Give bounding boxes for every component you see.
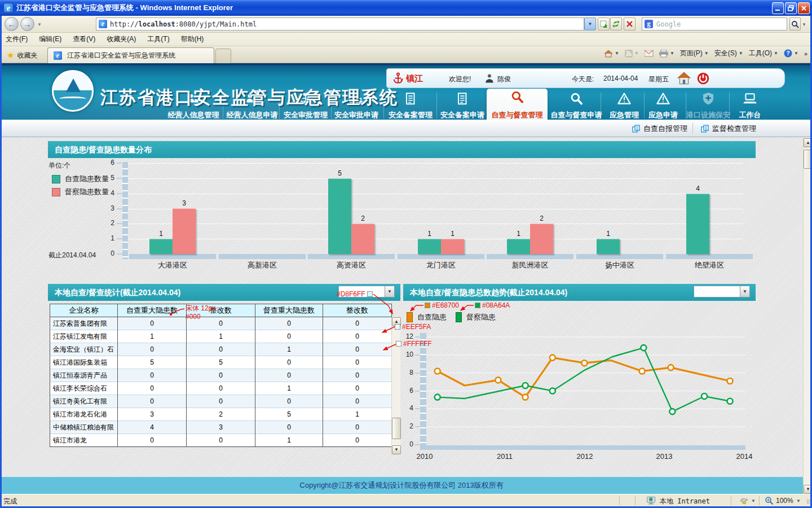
favorites-button[interactable]: ★ 收藏夹	[3, 49, 41, 62]
security-menu[interactable]: 安全(S)▼	[714, 49, 743, 58]
company-name-cell: 江苏索普集团有限	[50, 317, 118, 330]
bar	[351, 224, 374, 254]
refresh-button[interactable]	[610, 17, 622, 30]
bar-gridline	[128, 209, 743, 209]
trend-data-marker	[435, 369, 440, 374]
table-row[interactable]: 江苏镇江发电有限1100	[50, 330, 392, 343]
trend-filter-dropdown-icon[interactable]: ▼	[740, 286, 749, 297]
nav-item[interactable]: 工作台	[734, 90, 766, 120]
address-dropdown-button[interactable]: ▼	[584, 17, 596, 30]
trend-data-marker	[582, 360, 588, 366]
active-tab[interactable]: e 江苏省港口安全监管与应急管理系统	[47, 47, 214, 63]
trend-data-marker	[639, 369, 645, 374]
table-row[interactable]: 镇江恒泰沥青产品0000	[50, 369, 392, 382]
menu-item[interactable]: 查看(V)	[67, 33, 101, 46]
table-cell: 0	[187, 369, 255, 382]
minimize-button[interactable]	[772, 2, 784, 14]
menu-item[interactable]: 工具(T)	[142, 33, 175, 46]
address-input[interactable]: e http://localhost:8080/yjpt/Main.html	[96, 17, 584, 30]
menu-item[interactable]: 帮助(H)	[175, 33, 210, 46]
sub-nav: 自查自报管理监督检查管理	[0, 120, 812, 137]
home-icon[interactable]	[677, 71, 691, 86]
table-cell: 0	[255, 421, 323, 434]
annotation-text: 宋体 12px	[186, 304, 215, 313]
nav-item[interactable]: 自查与督查申请	[546, 90, 607, 120]
nav-item[interactable]: 安全备案申请	[436, 90, 489, 120]
table-cell: 0	[118, 369, 187, 382]
table-row[interactable]: 镇江李长荣综合石0010	[50, 382, 392, 395]
bar-gridline	[128, 163, 743, 164]
table-cell: 0	[118, 434, 187, 447]
home-button[interactable]: ▼	[604, 50, 619, 58]
table-filter-dropdown-icon[interactable]: ▼	[385, 286, 394, 297]
table-row[interactable]: 江苏索普集团有限0000	[50, 317, 392, 330]
history-dropdown-icon[interactable]: ▼	[37, 22, 42, 27]
window-frame-left	[0, 16, 2, 508]
table-row[interactable]: 镇江市港龙0010	[50, 434, 392, 447]
close-button[interactable]	[798, 2, 810, 14]
bar	[597, 239, 620, 254]
menu-bar: 文件(F)编辑(E)查看(V)收藏夹(A)工具(T)帮助(H)	[0, 33, 812, 46]
table-panel-title: 本地自查/督查统计(截止2014.04.04)	[55, 288, 180, 297]
more-commands-icon[interactable]: »	[804, 50, 807, 57]
table-row[interactable]: 镇江市港龙石化港3251	[50, 408, 392, 421]
nav-item[interactable]: 自查与督查管理	[487, 89, 548, 120]
nav-item[interactable]: 应急申请	[645, 90, 682, 120]
nav-item[interactable]: 港口设施保安	[682, 90, 734, 120]
restore-button[interactable]	[785, 2, 797, 14]
bar-category-label: 绝壁港区	[665, 260, 754, 270]
bar-value-label: 2	[351, 214, 374, 222]
table-cell: 1	[255, 343, 323, 356]
tab-title: 江苏省港口安全监管与应急管理系统	[67, 51, 175, 60]
print-button[interactable]: ▼	[659, 50, 674, 58]
table-row[interactable]: 镇江奇美化工有限0000	[50, 395, 392, 408]
table-row[interactable]: 镇江港国际集装箱5500	[50, 356, 392, 369]
zoom-level[interactable]: 100%	[776, 497, 793, 505]
compatibility-button[interactable]	[598, 17, 610, 30]
table-header-cell: 督查重大隐患数	[255, 304, 323, 317]
subnav-item[interactable]: 监督检查管理	[700, 122, 756, 135]
table-row[interactable]: 中储粮镇江粮油有限4300	[50, 421, 392, 434]
search-options-icon[interactable]: ▼	[802, 22, 806, 27]
table-cell: 0	[118, 395, 187, 408]
subnav-separator	[692, 123, 693, 134]
page-menu[interactable]: 页面(P)▼	[680, 49, 709, 58]
trend-data-marker	[550, 355, 555, 361]
subnav-item[interactable]: 自查自报管理	[632, 122, 687, 135]
user-name: 陈俊	[497, 75, 511, 84]
table-cell: 0	[255, 330, 323, 343]
menu-item[interactable]: 收藏夹(A)	[101, 33, 142, 46]
protected-mode-dropdown-icon[interactable]: ▼	[751, 498, 756, 503]
trend-filter-select[interactable]: ▼	[694, 286, 750, 297]
new-tab-stub[interactable]	[215, 49, 231, 63]
protected-mode-icon[interactable]	[739, 496, 749, 505]
tools-menu[interactable]: 工具(O)▼	[749, 49, 778, 58]
zoom-dropdown-icon[interactable]: ▼	[796, 498, 801, 503]
annotation-text: #000	[186, 313, 201, 321]
pages-icon	[700, 124, 709, 133]
help-button[interactable]: ?▼	[784, 49, 798, 58]
feeds-button[interactable]: ▼	[625, 50, 639, 58]
table-row[interactable]: 金海宏业（镇江）石0010	[50, 343, 392, 356]
menu-item[interactable]: 文件(F)	[0, 33, 33, 46]
bar	[173, 208, 196, 254]
menu-item[interactable]: 编辑(E)	[33, 33, 67, 46]
back-button[interactable]: ←	[5, 17, 19, 31]
search-button[interactable]	[789, 17, 801, 30]
mail-button[interactable]	[645, 50, 654, 57]
trend-plot	[395, 316, 767, 463]
logout-power-icon[interactable]	[696, 71, 710, 86]
nav-item-label: 应急管理	[606, 110, 643, 120]
stop-button[interactable]	[624, 17, 636, 30]
forward-button[interactable]: →	[20, 17, 34, 31]
annotation-swatch	[475, 303, 480, 308]
bar	[686, 194, 709, 254]
search-input[interactable]: g Google	[642, 17, 787, 30]
zoom-icon[interactable]	[765, 496, 774, 505]
nav-item[interactable]: 应急管理	[606, 90, 643, 120]
table-cell: 0	[187, 343, 255, 356]
annotation-text: #08A64A	[482, 301, 510, 309]
favorites-label: 收藏夹	[17, 51, 37, 60]
table-cell: 3	[187, 421, 255, 434]
trend-series-line	[438, 348, 730, 411]
